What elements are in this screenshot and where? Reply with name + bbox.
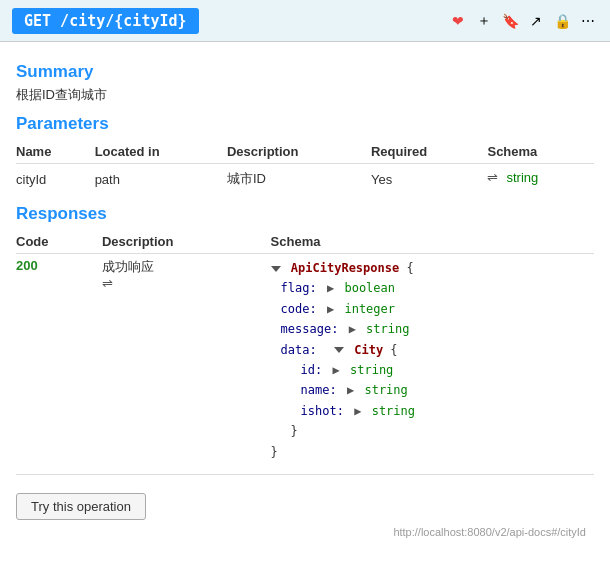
transfer-icon: ⇌: [487, 170, 498, 185]
schema-tree: ApiCityResponse { flag: ▶ boolean code: …: [271, 258, 586, 462]
col-located: Located in: [95, 140, 227, 164]
param-row: cityId path 城市ID Yes ⇌ string: [16, 164, 594, 195]
divider: [16, 474, 594, 475]
response-transfer-icon: ⇌: [102, 276, 113, 291]
top-bar: GET /city/{cityId} ❤ ＋ 🔖 ↗ 🔒 ⋯: [0, 0, 610, 42]
col-name: Name: [16, 140, 95, 164]
nested-close-brace: }: [271, 421, 586, 441]
summary-section: Summary 根据ID查询城市: [16, 62, 594, 104]
arrow-flag[interactable]: ▶: [327, 281, 334, 295]
arrow-code[interactable]: ▶: [327, 302, 334, 316]
field-message: message: ▶ string: [271, 319, 586, 339]
try-operation-button[interactable]: Try this operation: [16, 493, 146, 520]
param-schema-type: string: [506, 170, 538, 185]
summary-title: Summary: [16, 62, 594, 82]
arrow-id[interactable]: ▶: [333, 363, 340, 377]
responses-table: Code Description Schema 200 成功响应 ⇌: [16, 230, 594, 466]
col-response-desc: Description: [102, 230, 271, 254]
share-icon[interactable]: ↗: [526, 11, 546, 31]
nested-field-name: name: ▶ string: [271, 380, 586, 400]
lock-icon[interactable]: 🔒: [552, 11, 572, 31]
response-description: 成功响应 ⇌: [102, 254, 271, 466]
responses-section: Responses Code Description Schema 200 成功…: [16, 204, 594, 466]
parameters-section: Parameters Name Located in Description R…: [16, 114, 594, 194]
col-desc: Description: [227, 140, 371, 164]
nested-field-ishot: ishot: ▶ string: [271, 401, 586, 421]
schema-root: ApiCityResponse {: [271, 258, 586, 278]
field-code: code: ▶ integer: [271, 299, 586, 319]
response-schema-block: ApiCityResponse { flag: ▶ boolean code: …: [271, 254, 594, 466]
param-description: 城市ID: [227, 164, 371, 195]
endpoint-badge: GET /city/{cityId}: [12, 8, 199, 34]
more-icon[interactable]: ⋯: [578, 11, 598, 31]
arrow-message[interactable]: ▶: [349, 322, 356, 336]
arrow-name[interactable]: ▶: [347, 383, 354, 397]
collapse-city-icon[interactable]: [334, 347, 344, 353]
top-icons: ❤ ＋ 🔖 ↗ 🔒 ⋯: [448, 11, 598, 31]
nested-field-id: id: ▶ string: [271, 360, 586, 380]
col-response-schema: Schema: [271, 230, 594, 254]
parameters-title: Parameters: [16, 114, 594, 134]
col-code: Code: [16, 230, 102, 254]
bookmark-icon[interactable]: 🔖: [500, 11, 520, 31]
response-row-200: 200 成功响应 ⇌ ApiCityResponse {: [16, 254, 594, 466]
param-schema: ⇌ string: [487, 164, 594, 191]
col-schema: Schema: [487, 140, 594, 164]
field-data: data: City {: [271, 340, 586, 360]
response-code: 200: [16, 254, 102, 466]
expand-icon[interactable]: ❤: [448, 11, 468, 31]
col-required: Required: [371, 140, 488, 164]
params-header-row: Name Located in Description Required Sch…: [16, 140, 594, 164]
summary-description: 根据ID查询城市: [16, 86, 594, 104]
responses-title: Responses: [16, 204, 594, 224]
root-close-brace: }: [271, 442, 586, 462]
plus-icon[interactable]: ＋: [474, 11, 494, 31]
main-content: Summary 根据ID查询城市 Parameters Name Located…: [0, 42, 610, 548]
footer-url: http://localhost:8080/v2/api-docs#/cityI…: [16, 526, 594, 538]
collapse-api-icon[interactable]: [271, 266, 281, 272]
param-name[interactable]: cityId: [16, 164, 95, 195]
field-flag: flag: ▶ boolean: [271, 278, 586, 298]
responses-header-row: Code Description Schema: [16, 230, 594, 254]
parameters-table: Name Located in Description Required Sch…: [16, 140, 594, 194]
nested-class-name: City: [354, 343, 383, 357]
root-class-name: ApiCityResponse: [291, 261, 399, 275]
arrow-ishot[interactable]: ▶: [354, 404, 361, 418]
param-required: Yes: [371, 164, 488, 195]
param-located: path: [95, 164, 227, 195]
